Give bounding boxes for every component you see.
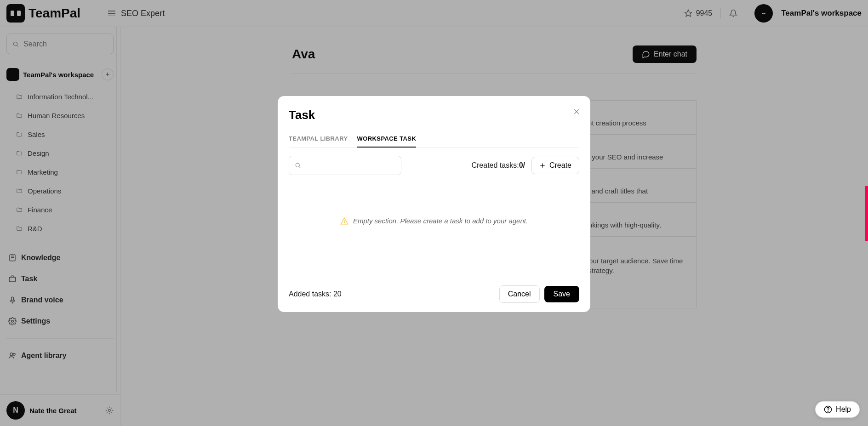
svg-point-22 (828, 411, 828, 411)
modal-title: Task (289, 108, 579, 122)
search-icon (295, 162, 301, 169)
save-button[interactable]: Save (544, 286, 579, 302)
task-modal: Task TEAMPAL LIBRARY WORKSPACE TASK Crea… (278, 96, 590, 312)
create-button[interactable]: Create (531, 157, 579, 174)
accent-stripe (865, 186, 868, 241)
help-icon (824, 405, 832, 414)
text-caret (305, 161, 305, 170)
help-label: Help (836, 405, 851, 414)
tab-teampal-library[interactable]: TEAMPAL LIBRARY (289, 131, 348, 147)
modal-search-field[interactable] (309, 161, 395, 169)
added-tasks-label: Added tasks: 20 (289, 290, 342, 298)
created-tasks-label: Created tasks:0/ (471, 161, 525, 170)
tab-workspace-task[interactable]: WORKSPACE TASK (357, 131, 417, 148)
create-label: Create (549, 161, 571, 170)
modal-overlay: Task TEAMPAL LIBRARY WORKSPACE TASK Crea… (0, 0, 868, 426)
warning-icon (340, 217, 348, 225)
help-button[interactable]: Help (815, 401, 860, 418)
cancel-button[interactable]: Cancel (499, 285, 540, 303)
svg-point-20 (344, 222, 344, 223)
empty-state-message: Empty section. Please create a task to a… (353, 217, 528, 225)
svg-point-15 (296, 163, 299, 167)
modal-search-input[interactable] (289, 156, 401, 175)
close-icon (573, 108, 580, 115)
svg-line-16 (299, 166, 300, 168)
close-button[interactable] (573, 107, 580, 118)
plus-icon (539, 162, 546, 169)
